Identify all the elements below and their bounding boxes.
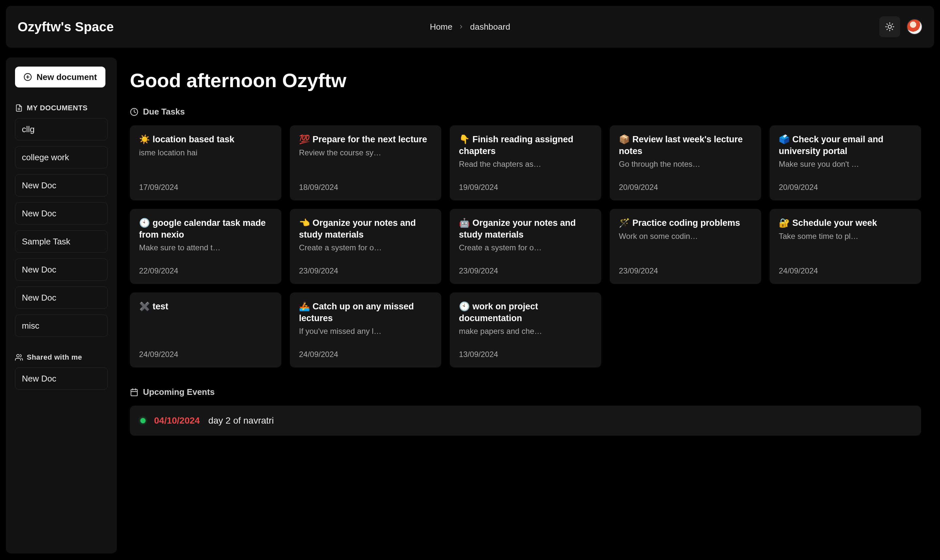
task-card-title: ☀️ location based task [139, 134, 272, 146]
task-title-text: Review last week's lecture notes [619, 134, 743, 156]
sidebar-document-label: cllg [22, 124, 35, 134]
task-card-date: 19/09/2024 [459, 183, 592, 192]
task-card[interactable]: 👈 Organize your notes and study material… [290, 209, 441, 284]
task-title-text: Check your email and university portal [779, 134, 883, 156]
task-card[interactable]: 🚣 Catch up on any missed lecturesIf you'… [290, 292, 441, 368]
sidebar-document-item[interactable]: Sample Task [15, 231, 108, 252]
due-tasks-label: Due Tasks [143, 107, 185, 117]
task-card-date: 23/09/2024 [299, 266, 432, 275]
task-card-title: 🕙 google calendar task made from nexio [139, 217, 272, 240]
task-card-description: Make sure you don't … [779, 160, 912, 169]
task-card[interactable]: ✖️ test24/09/2024 [130, 292, 282, 368]
topbar: Ozyftw's Space Home dashboard [6, 6, 934, 48]
task-card-title: 👇 Finish reading assigned chapters [459, 134, 592, 157]
task-card[interactable]: 👇 Finish reading assigned chaptersRead t… [450, 125, 601, 200]
task-card-title: 🕙 work on project documentation [459, 301, 592, 324]
task-card[interactable]: 💯 Prepare for the next lectureReview the… [290, 125, 441, 200]
task-card[interactable]: 📦 Review last week's lecture notesGo thr… [610, 125, 761, 200]
task-card[interactable]: 🕙 google calendar task made from nexioMa… [130, 209, 282, 284]
sidebar-document-item[interactable]: cllg [15, 118, 108, 140]
event-row[interactable]: 04/10/2024day 2 of navratri [130, 406, 921, 436]
task-title-text: location based task [153, 134, 235, 144]
task-card[interactable]: 🪄 Practice coding problemsWork on some c… [610, 209, 761, 284]
my-documents-header: MY DOCUMENTS [15, 104, 108, 112]
sidebar-document-label: New Doc [22, 293, 56, 303]
task-emoji-icon: 🕙 [139, 218, 150, 228]
avatar[interactable] [907, 19, 922, 35]
task-card-title: 💯 Prepare for the next lecture [299, 134, 432, 146]
task-card-date: 22/09/2024 [139, 266, 272, 275]
task-card-date: 24/09/2024 [299, 350, 432, 359]
sidebar-document-item[interactable]: New Doc [15, 174, 108, 197]
upcoming-events-header: Upcoming Events [130, 387, 921, 397]
task-card-date: 13/09/2024 [459, 350, 592, 359]
task-card-title: 🚣 Catch up on any missed lectures [299, 301, 432, 324]
sidebar-document-item[interactable]: New Doc [15, 202, 108, 225]
task-emoji-icon: 🗳️ [779, 134, 790, 144]
breadcrumb-current[interactable]: dashboard [470, 22, 510, 32]
task-card-description: Go through the notes… [619, 160, 752, 169]
sidebar-document-item[interactable]: college work [15, 146, 108, 168]
event-title: day 2 of navratri [208, 415, 274, 426]
task-card[interactable]: 🔐 Schedule your weekTake some time to pl… [770, 209, 921, 284]
event-date: 04/10/2024 [154, 415, 200, 426]
task-card-description: Review the course sy… [299, 148, 432, 157]
sidebar: New document MY DOCUMENTS cllgcollege wo… [6, 57, 117, 554]
task-title-text: Catch up on any missed lectures [299, 302, 414, 323]
task-card-date: 23/09/2024 [619, 266, 752, 275]
brand-title: Ozyftw's Space [18, 20, 114, 34]
task-card-date: 23/09/2024 [459, 266, 592, 275]
sidebar-document-label: New Doc [22, 265, 56, 275]
sidebar-shared-item[interactable]: New Doc [15, 368, 108, 390]
task-card-title: 🗳️ Check your email and university porta… [779, 134, 912, 157]
task-emoji-icon: 👇 [459, 134, 470, 144]
clock-icon [130, 108, 138, 116]
shared-label: Shared with me [27, 353, 82, 362]
upcoming-events-label: Upcoming Events [143, 387, 215, 397]
sidebar-document-item[interactable]: New Doc [15, 258, 108, 281]
task-emoji-icon: ☀️ [139, 134, 150, 144]
task-title-text: Prepare for the next lecture [313, 134, 427, 144]
new-document-label: New document [37, 72, 97, 82]
breadcrumb: Home dashboard [430, 22, 510, 32]
my-documents-label: MY DOCUMENTS [27, 104, 88, 112]
task-card-title: 🤖 Organize your notes and study material… [459, 217, 592, 240]
sidebar-document-item[interactable]: New Doc [15, 286, 108, 309]
task-emoji-icon: 📦 [619, 134, 630, 144]
task-card-title: 🪄 Practice coding problems [619, 217, 752, 229]
task-card-date: 20/09/2024 [779, 183, 912, 192]
svg-line-7 [887, 29, 888, 30]
sidebar-document-label: New Doc [22, 180, 56, 191]
task-card-description: isme location hai [139, 148, 272, 157]
svg-point-14 [17, 354, 19, 357]
task-title-text: work on project documentation [459, 302, 538, 323]
sidebar-document-label: college work [22, 152, 69, 163]
task-card-description: If you've missed any l… [299, 327, 432, 336]
svg-rect-16 [131, 389, 137, 396]
task-title-text: Schedule your week [792, 218, 877, 228]
plus-circle-icon [23, 73, 32, 81]
task-card[interactable]: 🕙 work on project documentationmake pape… [450, 292, 601, 368]
breadcrumb-home[interactable]: Home [430, 22, 452, 32]
calendar-icon [130, 388, 138, 397]
svg-line-3 [887, 24, 888, 25]
task-emoji-icon: ✖️ [139, 302, 150, 311]
task-card-date: 24/09/2024 [139, 350, 272, 359]
sidebar-document-item[interactable]: misc [15, 315, 108, 337]
task-emoji-icon: 🤖 [459, 218, 470, 228]
task-card-title: 👈 Organize your notes and study material… [299, 217, 432, 240]
task-card-description: Read the chapters as… [459, 160, 592, 169]
task-card-description: Create a system for o… [299, 243, 432, 252]
users-icon [15, 354, 23, 361]
new-document-button[interactable]: New document [15, 66, 105, 88]
task-card[interactable]: 🗳️ Check your email and university porta… [770, 125, 921, 200]
task-emoji-icon: 🪄 [619, 218, 630, 228]
chevron-right-icon [458, 24, 464, 30]
theme-toggle[interactable] [879, 16, 900, 37]
task-emoji-icon: 🕙 [459, 302, 470, 311]
task-card[interactable]: ☀️ location based taskisme location hai1… [130, 125, 282, 200]
task-card-description: Work on some codin… [619, 232, 752, 241]
task-card-date: 18/09/2024 [299, 183, 432, 192]
task-card-description: make papers and che… [459, 327, 592, 336]
task-card[interactable]: 🤖 Organize your notes and study material… [450, 209, 601, 284]
